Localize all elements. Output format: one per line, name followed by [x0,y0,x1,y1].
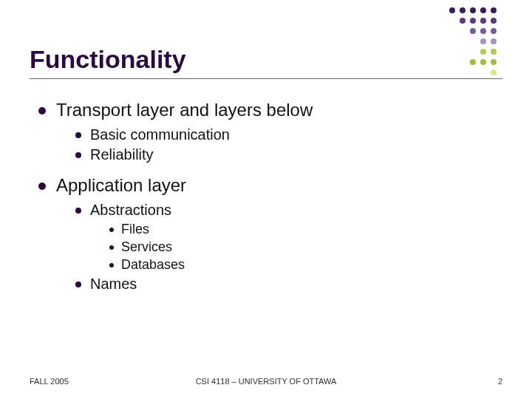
list-text: Basic communication [90,126,230,143]
dot-icon [491,7,497,13]
dot-icon [491,69,497,75]
list-item: Services [109,239,502,255]
dot-icon [480,59,486,65]
dot-icon [491,59,497,65]
title-row: Functionality [30,44,502,79]
list-text: Transport layer and layers below [56,100,313,120]
dot-icon [491,38,497,44]
dot-icon [449,7,455,13]
slide-title: Functionality [30,45,421,74]
list-item: Files [109,222,502,237]
dot-icon [491,28,497,34]
dot-icon [470,28,476,34]
slide: Functionality Transport layer and layers… [0,0,532,399]
bullet-icon [38,107,46,115]
footer: FALL 2005 CSI 4118 – UNIVERSITY OF OTTAW… [0,377,532,386]
list-item: Reliability [75,146,502,163]
list-item: Basic communication [75,126,502,143]
bullet-icon [75,282,81,287]
dot-icon [480,49,486,55]
list-text: Files [121,222,149,237]
list-item: Databases [109,257,502,273]
dot-icon [480,28,486,34]
decorative-dots-icon [421,7,502,74]
list-item: Application layer [38,175,502,196]
dot-icon [470,59,476,65]
dot-icon [480,38,486,44]
content-area: Transport layer and layers below Basic c… [30,100,502,293]
list-item: Transport layer and layers below [38,100,502,120]
dot-icon [491,18,497,24]
bullet-icon [75,208,81,214]
list-text: Abstractions [90,202,171,219]
dot-icon [460,18,466,24]
bullet-icon [109,245,114,250]
page-number: 2 [498,377,502,386]
list-item: Abstractions [75,202,502,219]
list-text: Databases [121,257,185,273]
dot-icon [460,7,466,13]
list-text: Names [90,276,137,293]
dot-icon [480,18,486,24]
dot-icon [470,7,476,13]
bullet-icon [109,263,114,267]
dot-icon [480,7,486,13]
list-text: Reliability [90,146,154,163]
bullet-icon [109,228,114,232]
dot-icon [470,18,476,24]
list-text: Application layer [56,175,186,196]
dot-icon [491,49,497,55]
bullet-icon [38,183,46,190]
bullet-icon [75,132,81,138]
list-item: Names [75,276,502,293]
footer-center: CSI 4118 – UNIVERSITY OF OTTAWA [196,377,337,386]
list-text: Services [121,239,172,255]
footer-left: FALL 2005 [30,377,69,386]
bullet-icon [75,152,81,158]
